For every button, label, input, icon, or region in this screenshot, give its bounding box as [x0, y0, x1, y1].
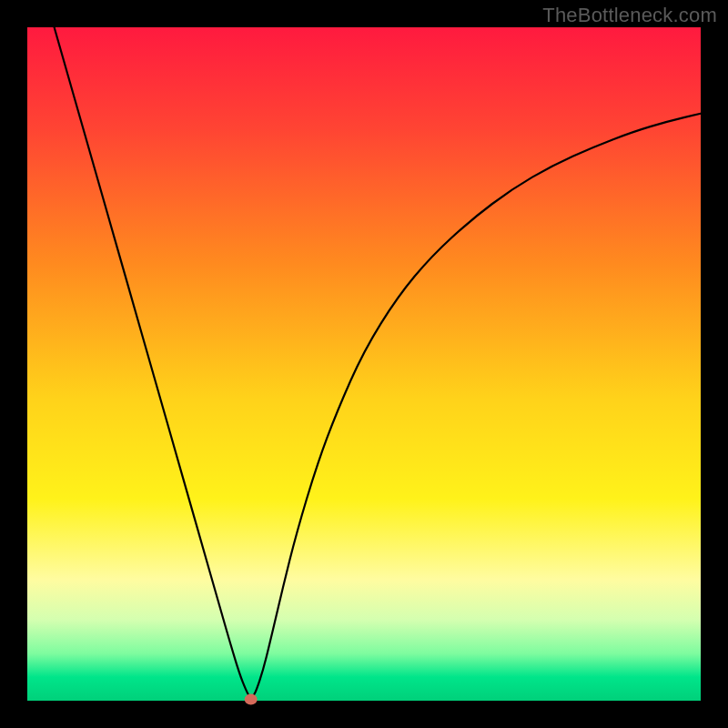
chart-container: TheBottleneck.com [0, 0, 728, 728]
minimum-marker [245, 694, 258, 705]
bottleneck-chart [0, 0, 728, 728]
plot-background [27, 27, 701, 701]
watermark-text: TheBottleneck.com [542, 4, 717, 27]
